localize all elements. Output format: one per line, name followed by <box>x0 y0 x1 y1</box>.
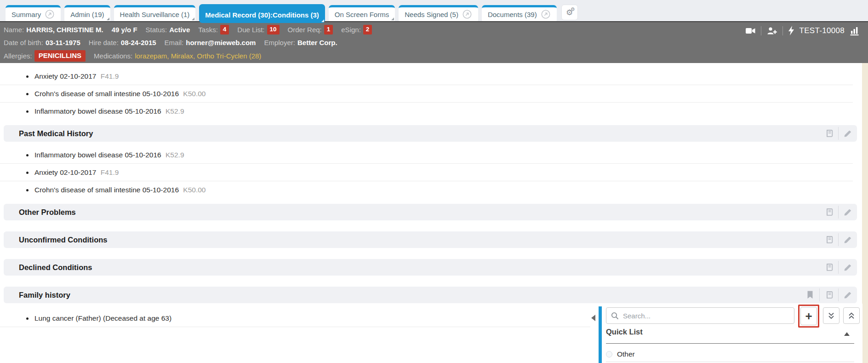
quick-list-collapse-caret[interactable] <box>844 332 850 336</box>
email-label: Email: <box>165 39 184 46</box>
condition-code: F41.9 <box>101 168 119 176</box>
section-declined-conditions: Declined Conditions <box>4 259 857 276</box>
edit-pencil-icon[interactable] <box>839 259 857 276</box>
edit-pencil-icon[interactable] <box>839 204 857 220</box>
medications-label: Medications: <box>94 52 132 60</box>
current-conditions-list: Anxiety 02-10-2017 F41.9 Crohn's disease… <box>0 68 853 120</box>
condition-code: F41.9 <box>101 72 119 80</box>
external-link-icon[interactable] <box>462 9 472 19</box>
section-title: Other Problems <box>19 208 76 217</box>
condition-item: Anxiety 02-10-2017 F41.9 <box>0 164 853 181</box>
tab-label: Summary <box>11 11 41 18</box>
tab-documents[interactable]: Documents (39) <box>482 5 557 21</box>
section-family-history: Family history <box>4 287 857 303</box>
add-condition-highlight: + <box>798 305 819 328</box>
tab-label: Health Surveillance (1) <box>120 11 190 18</box>
condition-item: Inflammatory bowel disease 05-10-2016 K5… <box>0 103 853 120</box>
patient-age-sex: 49 y/o F <box>112 26 137 34</box>
collapse-all-button[interactable] <box>843 307 860 324</box>
section-unconfirmed-conditions: Unconfirmed Conditions <box>4 231 857 248</box>
tab-admin[interactable]: Admin (19) <box>64 5 110 21</box>
panel-collapse-arrow[interactable] <box>591 315 595 321</box>
expand-all-button[interactable] <box>823 307 839 324</box>
journal-icon[interactable] <box>820 287 838 303</box>
due-list-label: Due List: <box>237 26 264 34</box>
tab-dropdown-indicator <box>321 19 324 22</box>
external-link-icon[interactable] <box>45 9 55 19</box>
condition-item: Crohn's disease of small intestine 05-10… <box>0 181 853 199</box>
section-past-medical-history: Past Medical History <box>4 125 857 142</box>
lightning-icon[interactable] <box>788 26 794 35</box>
chart-stats-icon[interactable] <box>850 26 860 35</box>
journal-icon[interactable] <box>820 204 838 220</box>
add-person-icon[interactable] <box>766 26 777 35</box>
section-actions <box>820 125 857 142</box>
section-actions <box>801 287 857 303</box>
section-actions <box>820 259 857 276</box>
condition-text: Anxiety 02-10-2017 <box>34 72 96 80</box>
journal-icon[interactable] <box>820 125 838 142</box>
quick-list-option-other[interactable]: Other <box>606 347 854 362</box>
double-chevron-down-icon <box>828 312 835 320</box>
tab-label: On Screen Forms <box>335 11 389 18</box>
tab-needs-signed[interactable]: Needs Signed (5) <box>399 5 478 21</box>
patient-name: HARRIS, CHRISTINE M. <box>26 26 103 34</box>
tab-dropdown-indicator <box>192 17 194 20</box>
tab-label: Needs Signed (5) <box>405 11 458 18</box>
section-actions <box>820 231 857 248</box>
tab-settings-button[interactable]: ⚙ ⚙ <box>561 5 578 20</box>
patient-id: TEST-10008 <box>799 26 845 35</box>
divider <box>606 343 854 344</box>
condition-text: Inflammatory bowel disease 05-10-2016 <box>34 107 161 115</box>
patient-dob: 03-11-1975 <box>46 39 80 46</box>
edit-pencil-icon[interactable] <box>839 231 857 248</box>
section-title: Family history <box>19 291 70 300</box>
double-chevron-up-icon <box>848 312 855 320</box>
order-req-label: Order Req: <box>288 26 322 34</box>
section-title: Declined Conditions <box>19 263 92 272</box>
section-title: Unconfirmed Conditions <box>19 236 108 244</box>
edit-pencil-icon[interactable] <box>839 125 857 142</box>
tab-summary[interactable]: Summary <box>6 5 61 21</box>
patient-header: Name: HARRIS, CHRISTINE M. 49 y/o F Stat… <box>0 21 868 63</box>
divider <box>782 26 783 35</box>
add-condition-button[interactable]: + <box>800 307 817 325</box>
patient-employer: Better Corp. <box>297 39 337 46</box>
journal-icon[interactable] <box>820 231 838 248</box>
past-medical-history-list: Inflammatory bowel disease 05-10-2016 K5… <box>0 146 853 199</box>
tab-medical-record-conditions[interactable]: Medical Record (30):Conditions (3) <box>199 4 325 23</box>
quick-list-title: Quick List <box>606 328 643 336</box>
patient-header-row3: Allergies: PENICILLINS Medications: lora… <box>0 49 868 63</box>
esign-count-badge[interactable]: 2 <box>363 25 372 34</box>
condition-item: Anxiety 02-10-2017 F41.9 <box>0 68 853 85</box>
patient-header-row2: Date of birth: 03-11-1975 Hire date: 08-… <box>0 36 868 49</box>
allergy-badge[interactable]: PENICILLINS <box>34 50 86 61</box>
tab-health-surveillance[interactable]: Health Surveillance (1) <box>114 5 196 21</box>
option-label: Other <box>617 350 635 358</box>
allergies-label: Allergies: <box>4 52 32 60</box>
external-link-icon[interactable] <box>541 9 551 19</box>
due-list-count-badge[interactable]: 10 <box>267 25 280 34</box>
condition-text: Inflammatory bowel disease 05-10-2016 <box>34 151 161 159</box>
tasks-count-badge[interactable]: 4 <box>220 25 229 34</box>
search-input[interactable] <box>622 311 789 320</box>
panel-accent-bar <box>599 306 602 363</box>
condition-search <box>606 307 794 324</box>
medications-list[interactable]: lorazepam, Miralax, Ortho Tri-Cyclen (28… <box>135 52 261 60</box>
patient-email: horner@mieweb.com <box>186 39 256 46</box>
search-icon <box>611 312 619 320</box>
journal-icon[interactable] <box>820 259 838 276</box>
condition-code: K52.9 <box>166 107 184 115</box>
condition-text: Anxiety 02-10-2017 <box>34 168 96 176</box>
edit-pencil-icon[interactable] <box>839 287 857 303</box>
dob-label: Date of birth: <box>4 39 43 46</box>
order-req-count-badge[interactable]: 1 <box>324 25 333 34</box>
tab-on-screen-forms[interactable]: On Screen Forms <box>329 5 395 21</box>
condition-text: Crohn's disease of small intestine 05-10… <box>34 90 179 98</box>
radio-button[interactable] <box>606 351 612 357</box>
tab-label: Medical Record (30):Conditions (3) <box>205 11 319 19</box>
video-call-icon[interactable] <box>745 26 756 35</box>
bookmark-icon[interactable] <box>801 287 819 303</box>
section-other-problems: Other Problems <box>4 204 857 220</box>
status-label: Status: <box>146 26 167 34</box>
